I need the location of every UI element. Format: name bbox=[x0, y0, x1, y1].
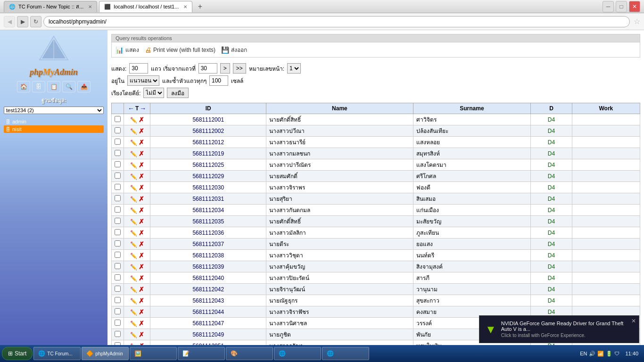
forward-button[interactable]: ▶ bbox=[17, 16, 28, 27]
sidebar-export-button[interactable]: 📤 bbox=[77, 81, 91, 92]
edit-icon[interactable]: ✏️ bbox=[130, 151, 137, 157]
go-button[interactable]: ลงมือ bbox=[167, 88, 189, 98]
col-id[interactable]: ID bbox=[150, 103, 266, 114]
col-work[interactable]: Work bbox=[572, 103, 640, 114]
database-selector[interactable]: test1234 (2) bbox=[4, 107, 104, 114]
database-dropdown[interactable]: test1234 (2) bbox=[4, 107, 104, 114]
delete-icon[interactable]: ✗ bbox=[139, 184, 144, 191]
sidebar-query-button[interactable]: 🔍 bbox=[62, 81, 75, 92]
sort-select[interactable]: ไม่มี bbox=[143, 88, 164, 98]
row-checkbox[interactable] bbox=[115, 308, 121, 314]
right-arrow[interactable]: → bbox=[140, 105, 146, 112]
row-checkbox[interactable] bbox=[115, 116, 121, 122]
delete-icon[interactable]: ✗ bbox=[139, 206, 144, 214]
edit-icon[interactable]: ✏️ bbox=[130, 219, 137, 225]
print-view-button[interactable]: 🖨 Print view (with full texts) bbox=[145, 46, 215, 54]
edit-icon[interactable]: ✏️ bbox=[130, 207, 137, 214]
row-checkbox[interactable] bbox=[115, 150, 121, 156]
edit-icon[interactable]: ✏️ bbox=[130, 309, 137, 316]
edit-icon[interactable]: ✏️ bbox=[130, 241, 137, 248]
show-button[interactable]: 📊 แสดง bbox=[116, 45, 139, 54]
row-checkbox[interactable] bbox=[115, 263, 121, 269]
tab-tc-forum[interactable]: 🌐 TC Forum - New Topic :: ส... ✕ bbox=[4, 1, 97, 12]
delete-icon[interactable]: ✗ bbox=[139, 218, 144, 225]
row-checkbox[interactable] bbox=[115, 127, 121, 133]
tab-close-1[interactable]: ✕ bbox=[88, 4, 92, 9]
row-checkbox[interactable] bbox=[115, 139, 121, 145]
row-checkbox[interactable] bbox=[115, 297, 121, 303]
taskbar-item-3[interactable]: 🖼️ bbox=[130, 347, 177, 360]
sidebar-item-nisit[interactable]: 🗄 nisit bbox=[4, 125, 104, 133]
show-input[interactable] bbox=[129, 63, 148, 74]
tab-phpmyadmin[interactable]: ⬛ localhost / localhost / test1... ✕ bbox=[99, 1, 192, 12]
sidebar-home-button[interactable]: 🏠 bbox=[17, 81, 30, 92]
edit-icon[interactable]: ✏️ bbox=[130, 117, 137, 123]
left-arrow[interactable]: ← bbox=[128, 105, 134, 112]
row-checkbox[interactable] bbox=[115, 286, 121, 292]
location-select[interactable]: แนวนอน bbox=[127, 75, 159, 86]
delete-icon[interactable]: ✗ bbox=[139, 308, 144, 316]
row-checkbox[interactable] bbox=[115, 240, 121, 247]
row-checkbox[interactable] bbox=[115, 252, 121, 258]
edit-icon[interactable]: ✏️ bbox=[130, 140, 137, 146]
row-checkbox[interactable] bbox=[115, 320, 121, 326]
delete-icon[interactable]: ✗ bbox=[139, 150, 144, 157]
sidebar-item-admin[interactable]: 🗄 admin bbox=[4, 118, 104, 125]
sidebar-table-button[interactable]: 📋 bbox=[47, 81, 60, 92]
col-surname[interactable]: Surname bbox=[413, 103, 531, 114]
start-button[interactable]: ⊞ Start bbox=[2, 347, 33, 360]
col-name[interactable]: Name bbox=[266, 103, 413, 114]
delete-icon[interactable]: ✗ bbox=[139, 274, 144, 282]
delete-icon[interactable]: ✗ bbox=[139, 195, 144, 203]
edit-icon[interactable]: ✏️ bbox=[130, 162, 137, 169]
delete-icon[interactable]: ✗ bbox=[139, 331, 144, 338]
delete-icon[interactable]: ✗ bbox=[139, 263, 144, 271]
delete-icon[interactable]: ✗ bbox=[139, 320, 144, 327]
back-button[interactable]: ◀ bbox=[4, 16, 15, 27]
export-button[interactable]: 💾 ส่งออก bbox=[221, 45, 247, 54]
notification-subtitle[interactable]: Click to install with GeForce Experience… bbox=[501, 333, 633, 338]
delete-icon[interactable]: ✗ bbox=[139, 161, 144, 169]
row-checkbox[interactable] bbox=[115, 206, 121, 213]
row-checkbox[interactable] bbox=[115, 195, 121, 201]
delete-icon[interactable]: ✗ bbox=[139, 252, 144, 259]
edit-icon[interactable]: ✏️ bbox=[130, 230, 137, 237]
next-arrow-button[interactable]: >> bbox=[233, 63, 246, 74]
header-repeat-input[interactable] bbox=[209, 75, 228, 86]
edit-icon[interactable]: ✏️ bbox=[130, 253, 137, 259]
col-d[interactable]: D bbox=[531, 103, 572, 114]
taskbar-item-6[interactable]: 🌐 bbox=[274, 347, 321, 360]
delete-icon[interactable]: ✗ bbox=[139, 297, 144, 304]
edit-icon[interactable]: ✏️ bbox=[130, 275, 137, 282]
delete-icon[interactable]: ✗ bbox=[139, 240, 144, 248]
taskbar-item-5[interactable]: 🎨 bbox=[226, 347, 273, 360]
delete-icon[interactable]: ✗ bbox=[139, 139, 144, 146]
edit-icon[interactable]: ✏️ bbox=[130, 173, 137, 180]
edit-icon[interactable]: ✏️ bbox=[130, 298, 137, 304]
edit-icon[interactable]: ✏️ bbox=[130, 287, 137, 293]
bookmark-star[interactable]: ☆ bbox=[634, 17, 640, 26]
edit-icon[interactable]: ✏️ bbox=[130, 185, 137, 191]
page-select[interactable]: 1 bbox=[287, 63, 301, 74]
delete-icon[interactable]: ✗ bbox=[139, 127, 144, 135]
minimize-button[interactable]: ─ bbox=[603, 1, 614, 12]
edit-icon[interactable]: ✏️ bbox=[130, 196, 137, 203]
edit-icon[interactable]: ✏️ bbox=[130, 332, 137, 338]
delete-icon[interactable]: ✗ bbox=[139, 116, 144, 123]
taskbar-item-phpmyadmin[interactable]: 🔶 phpMyAdmin bbox=[82, 347, 129, 360]
delete-icon[interactable]: ✗ bbox=[139, 286, 144, 293]
row-checkbox[interactable] bbox=[115, 331, 121, 337]
row-checkbox[interactable] bbox=[115, 229, 121, 235]
row-checkbox[interactable] bbox=[115, 184, 121, 190]
sidebar-db-button[interactable]: 🗄 bbox=[32, 81, 45, 92]
close-button[interactable]: ✕ bbox=[629, 1, 640, 12]
row-checkbox[interactable] bbox=[115, 161, 121, 167]
taskbar-item-7[interactable]: 🌐 bbox=[322, 347, 369, 360]
row-checkbox[interactable] bbox=[115, 218, 121, 224]
taskbar-item-tc-forum[interactable]: 🌐 TC Forum... bbox=[33, 347, 81, 360]
reload-button[interactable]: ↻ bbox=[30, 16, 41, 27]
row-checkbox[interactable] bbox=[115, 173, 121, 179]
new-tab-button[interactable]: + bbox=[194, 1, 206, 12]
notification-popup[interactable]: ✕ ▼ NVIDIA GeForce Game Ready Driver for… bbox=[479, 315, 639, 343]
prev-arrow-button[interactable]: > bbox=[220, 63, 230, 74]
